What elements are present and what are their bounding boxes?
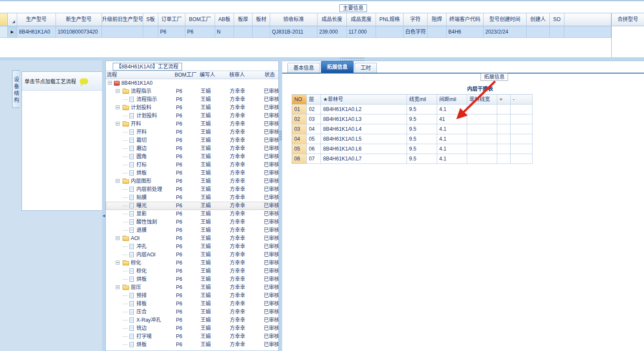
film-column-header[interactable]: 层 <box>307 95 321 105</box>
tree-row[interactable]: 计划投料P6王娟方幸幸已审核 <box>106 112 278 120</box>
column-header[interactable]: 成品长度 <box>317 13 347 26</box>
tree-collapse-toggle[interactable] <box>116 122 120 126</box>
film-table-cell[interactable]: 04 <box>307 124 321 134</box>
tree-row[interactable]: 排板P6王娟方幸幸已审核 <box>106 300 278 308</box>
column-header[interactable]: SO <box>550 13 564 26</box>
grid-cell[interactable]: P6 <box>185 26 215 38</box>
film-column-header[interactable]: + <box>497 95 511 105</box>
tree-node-label[interactable]: 棕化 <box>131 259 141 267</box>
film-table-cell[interactable]: 9.5 <box>407 144 437 154</box>
tree-node-label[interactable]: 压合 <box>136 308 147 316</box>
splitter-grip-icon[interactable] <box>279 131 282 141</box>
tree-node-label[interactable]: 排板 <box>136 300 147 308</box>
film-table-cell[interactable] <box>511 134 533 144</box>
film-table-row[interactable]: 01028B4H61K1A0.L29.54.1 <box>292 105 533 114</box>
tree-row[interactable]: 棕化P6王娟方幸幸已审核 <box>106 267 278 275</box>
grid-cell[interactable] <box>550 26 564 38</box>
select-all-cell[interactable] <box>8 13 17 26</box>
tree-column-header-flow[interactable]: 流程 <box>107 71 117 79</box>
tree-node-label[interactable]: 退膜 <box>136 226 147 234</box>
film-table-cell[interactable]: 8B4H61K1A0.L2 <box>321 105 407 114</box>
film-table-cell[interactable]: 06 <box>292 154 307 164</box>
tree-node-label[interactable]: 流程指示 <box>136 95 157 103</box>
tree-node-label[interactable]: 8B4H61K1A0 <box>121 79 153 87</box>
film-table-cell[interactable] <box>467 154 497 164</box>
column-header[interactable]: 验收标准 <box>270 13 317 26</box>
grid-cell[interactable] <box>527 26 550 38</box>
tree-row[interactable]: 8B4H61K1A0 <box>106 79 278 87</box>
tree-row[interactable]: X-Ray冲孔P6王娟方幸幸已审核 <box>106 316 278 324</box>
tree-node-label[interactable]: 打字唛 <box>136 333 152 340</box>
tree-node-label[interactable]: 计划投料 <box>136 112 157 120</box>
column-header[interactable]: 终端客户代码 <box>447 13 484 26</box>
film-table-cell[interactable] <box>467 134 497 144</box>
tree-row[interactable]: 压合P6王娟方幸幸已审核 <box>106 308 278 316</box>
tree-collapse-toggle[interactable] <box>116 261 120 265</box>
tree-node-label[interactable]: 贴膜 <box>136 194 147 201</box>
tree-collapse-toggle[interactable] <box>116 285 120 289</box>
tree-node-label[interactable]: 显影 <box>136 210 147 218</box>
film-table-cell[interactable]: 02 <box>292 114 307 124</box>
film-table-cell[interactable]: 8B4H61K1A0.L6 <box>321 144 407 154</box>
tree-row[interactable]: 磨边P6王娟方幸幸已审核 <box>106 145 278 153</box>
tree-row[interactable]: 烘板P6王娟方幸幸已审核 <box>106 275 278 283</box>
film-table-row[interactable]: 06078B4H61K1A0.L79.54.1 <box>292 154 533 164</box>
tree-row[interactable]: 层压P6王娟方幸幸已审核 <box>106 283 278 292</box>
grid-cell[interactable]: QJ831B-2011 <box>270 26 317 38</box>
tree-node-label[interactable]: X-Ray冲孔 <box>136 316 161 324</box>
film-table-cell[interactable] <box>497 144 511 154</box>
tree-row[interactable]: 内层AOIP6王娟方幸幸已审核 <box>106 251 278 259</box>
film-column-header[interactable]: - <box>511 95 533 105</box>
tree-collapse-toggle[interactable] <box>108 81 112 85</box>
tree-row[interactable]: 圆角P6王娟方幸幸已审核 <box>106 153 278 161</box>
horizontal-splitter[interactable] <box>0 57 644 61</box>
tree-row[interactable]: 内层前处理P6王娟方幸幸已审核 <box>106 185 278 194</box>
tree-node-label[interactable]: 圆角 <box>136 153 147 160</box>
film-table-cell[interactable]: 04 <box>292 134 307 144</box>
column-header[interactable]: 字符 <box>404 13 428 26</box>
detail-tab-2[interactable]: 工时 <box>354 63 377 73</box>
film-table-cell[interactable]: 8B4H61K1A0.L7 <box>321 154 407 164</box>
tree-column-header-writer[interactable]: 编写人 <box>200 71 215 79</box>
film-table-cell[interactable]: 02 <box>307 105 321 114</box>
film-table-cell[interactable] <box>497 134 511 144</box>
detail-tab-1[interactable]: 拓展信息 <box>321 61 354 73</box>
tree-node-label[interactable]: 内层前处理 <box>136 185 162 193</box>
grid-cell[interactable]: 239.000 <box>317 26 347 38</box>
equipment-structure-tab[interactable]: 设备结构 <box>12 70 20 108</box>
film-table-cell[interactable] <box>467 124 497 134</box>
tree-node-label[interactable]: 预排 <box>136 292 147 299</box>
film-table-cell[interactable]: 06 <box>307 144 321 154</box>
film-table-cell[interactable]: 8B4H61K1A0.L3 <box>321 114 407 124</box>
film-table-cell[interactable]: 9.5 <box>407 154 437 164</box>
splitter-collapse-icon[interactable]: ◀ <box>102 214 105 218</box>
grid-cell[interactable]: 8B4H61K1A0 <box>17 26 56 38</box>
film-table-cell[interactable] <box>497 154 511 164</box>
tree-row[interactable]: 曝光P6王娟方幸幸已审核 <box>106 202 278 210</box>
grid-cell[interactable]: 117.000 <box>347 26 376 38</box>
tree-row[interactable]: 棕化P6王娟方幸幸已审核 <box>106 259 278 267</box>
right-splitter[interactable] <box>279 61 282 351</box>
tree-node-label[interactable]: 裁切 <box>136 136 147 144</box>
film-table-cell[interactable] <box>467 105 497 114</box>
tree-row[interactable]: 开料P6王娟方幸幸已审核 <box>106 120 278 128</box>
tree-collapse-toggle[interactable] <box>116 179 120 183</box>
film-table-cell[interactable] <box>511 144 533 154</box>
film-column-header[interactable]: ★菲林号 <box>321 95 407 105</box>
tree-node-label[interactable]: 冲孔 <box>136 243 147 250</box>
film-table-cell[interactable]: 9.5 <box>407 134 437 144</box>
film-table-cell[interactable] <box>497 105 511 114</box>
tree-node-label[interactable]: 曝光 <box>136 202 147 209</box>
film-table-cell[interactable]: 9.5 <box>407 114 437 124</box>
film-column-header[interactable]: NO <box>292 95 307 105</box>
film-table-cell[interactable]: 07 <box>307 154 321 164</box>
column-header[interactable]: 板材 <box>253 13 270 26</box>
tree-node-label[interactable]: 开料 <box>131 120 141 128</box>
tree-row[interactable]: 流程指示P6王娟方幸幸已审核 <box>106 95 278 104</box>
column-header[interactable]: 阻焊 <box>428 13 447 26</box>
tree-row[interactable]: 贴膜P6王娟方幸幸已审核 <box>106 194 278 202</box>
tree-collapse-toggle[interactable] <box>116 89 120 93</box>
grid-cell[interactable] <box>376 26 404 38</box>
column-header[interactable]: 创建人 <box>527 13 550 26</box>
column-header[interactable]: 型号创建时间 <box>484 13 527 26</box>
